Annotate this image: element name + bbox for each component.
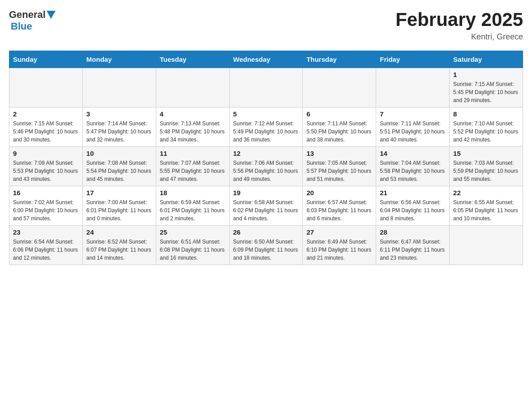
day-info: Sunrise: 6:54 AM Sunset: 6:06 PM Dayligh… (13, 238, 79, 262)
day-info: Sunrise: 6:58 AM Sunset: 6:02 PM Dayligh… (233, 198, 299, 223)
calendar-cell (82, 68, 156, 107)
calendar-header-row: Sunday Monday Tuesday Wednesday Thursday… (9, 51, 523, 68)
calendar-cell: 7Sunrise: 7:11 AM Sunset: 5:51 PM Daylig… (376, 107, 450, 147)
calendar-cell: 3Sunrise: 7:14 AM Sunset: 5:47 PM Daylig… (82, 107, 156, 147)
col-saturday: Saturday (450, 51, 523, 68)
calendar-week-row: 9Sunrise: 7:09 AM Sunset: 5:53 PM Daylig… (9, 147, 523, 186)
calendar-cell: 17Sunrise: 7:00 AM Sunset: 6:01 PM Dayli… (82, 186, 156, 226)
day-number: 15 (453, 150, 519, 157)
day-number: 10 (86, 150, 152, 157)
calendar-cell: 11Sunrise: 7:07 AM Sunset: 5:55 PM Dayli… (156, 147, 229, 186)
calendar-cell: 13Sunrise: 7:05 AM Sunset: 5:57 PM Dayli… (303, 147, 376, 186)
day-number: 8 (453, 110, 519, 118)
day-number: 4 (160, 110, 226, 118)
calendar-cell: 20Sunrise: 6:57 AM Sunset: 6:03 PM Dayli… (303, 186, 376, 226)
calendar-cell (303, 68, 376, 107)
calendar-cell: 9Sunrise: 7:09 AM Sunset: 5:53 PM Daylig… (9, 147, 83, 186)
calendar-cell: 19Sunrise: 6:58 AM Sunset: 6:02 PM Dayli… (229, 186, 303, 226)
calendar-cell: 15Sunrise: 7:03 AM Sunset: 5:59 PM Dayli… (450, 147, 523, 186)
day-number: 16 (13, 189, 79, 197)
day-number: 13 (306, 150, 372, 157)
calendar-cell: 5Sunrise: 7:12 AM Sunset: 5:49 PM Daylig… (229, 107, 303, 147)
day-info: Sunrise: 7:05 AM Sunset: 5:57 PM Dayligh… (306, 159, 372, 183)
day-info: Sunrise: 6:50 AM Sunset: 6:09 PM Dayligh… (233, 238, 299, 262)
calendar-week-row: 1Sunrise: 7:15 AM Sunset: 5:45 PM Daylig… (9, 68, 523, 107)
day-number: 24 (86, 228, 152, 236)
day-info: Sunrise: 7:10 AM Sunset: 5:52 PM Dayligh… (453, 120, 519, 144)
day-number: 14 (380, 150, 446, 157)
col-friday: Friday (376, 51, 450, 68)
day-number: 21 (380, 189, 446, 197)
day-info: Sunrise: 7:13 AM Sunset: 5:48 PM Dayligh… (160, 120, 226, 144)
calendar-cell: 26Sunrise: 6:50 AM Sunset: 6:09 PM Dayli… (229, 226, 303, 265)
day-number: 28 (380, 228, 446, 236)
col-thursday: Thursday (303, 51, 376, 68)
col-tuesday: Tuesday (156, 51, 229, 68)
calendar-cell: 22Sunrise: 6:55 AM Sunset: 6:05 PM Dayli… (450, 186, 523, 226)
title-section: February 2025 Kentri, Greece (395, 9, 523, 42)
calendar-cell: 8Sunrise: 7:10 AM Sunset: 5:52 PM Daylig… (450, 107, 523, 147)
calendar-cell (9, 68, 83, 107)
day-number: 3 (86, 110, 152, 118)
day-number: 9 (13, 150, 79, 157)
month-title: February 2025 (395, 9, 523, 30)
day-info: Sunrise: 6:52 AM Sunset: 6:07 PM Dayligh… (86, 238, 152, 262)
day-info: Sunrise: 6:55 AM Sunset: 6:05 PM Dayligh… (453, 198, 519, 223)
svg-marker-0 (47, 11, 56, 19)
day-info: Sunrise: 7:07 AM Sunset: 5:55 PM Dayligh… (160, 159, 226, 183)
day-number: 19 (233, 189, 299, 197)
col-wednesday: Wednesday (229, 51, 303, 68)
calendar-cell: 23Sunrise: 6:54 AM Sunset: 6:06 PM Dayli… (9, 226, 83, 265)
location: Kentri, Greece (395, 32, 523, 42)
day-number: 17 (86, 189, 152, 197)
day-info: Sunrise: 7:09 AM Sunset: 5:53 PM Dayligh… (13, 159, 79, 183)
calendar-cell: 1Sunrise: 7:15 AM Sunset: 5:45 PM Daylig… (450, 68, 523, 107)
day-number: 18 (160, 189, 226, 197)
day-info: Sunrise: 7:03 AM Sunset: 5:59 PM Dayligh… (453, 159, 519, 183)
day-number: 20 (306, 189, 372, 197)
calendar-cell: 14Sunrise: 7:04 AM Sunset: 5:58 PM Dayli… (376, 147, 450, 186)
day-info: Sunrise: 7:00 AM Sunset: 6:01 PM Dayligh… (86, 198, 152, 223)
calendar-cell: 27Sunrise: 6:49 AM Sunset: 6:10 PM Dayli… (303, 226, 376, 265)
day-info: Sunrise: 6:56 AM Sunset: 6:04 PM Dayligh… (380, 198, 446, 223)
day-info: Sunrise: 7:08 AM Sunset: 5:54 PM Dayligh… (86, 159, 152, 183)
calendar-cell (450, 226, 523, 265)
day-info: Sunrise: 7:04 AM Sunset: 5:58 PM Dayligh… (380, 159, 446, 183)
logo-blue-text: Blue (11, 21, 32, 32)
day-info: Sunrise: 7:02 AM Sunset: 6:00 PM Dayligh… (13, 198, 79, 223)
day-info: Sunrise: 6:59 AM Sunset: 6:01 PM Dayligh… (160, 198, 226, 223)
calendar-cell: 21Sunrise: 6:56 AM Sunset: 6:04 PM Dayli… (376, 186, 450, 226)
calendar-cell: 25Sunrise: 6:51 AM Sunset: 6:08 PM Dayli… (156, 226, 229, 265)
calendar-cell: 18Sunrise: 6:59 AM Sunset: 6:01 PM Dayli… (156, 186, 229, 226)
calendar-cell (229, 68, 303, 107)
day-info: Sunrise: 7:15 AM Sunset: 5:45 PM Dayligh… (453, 80, 519, 104)
calendar-cell: 2Sunrise: 7:15 AM Sunset: 5:46 PM Daylig… (9, 107, 83, 147)
logo-general-text: General (9, 9, 46, 21)
day-number: 23 (13, 228, 79, 236)
page-header: General Blue February 2025 Kentri, Greec… (9, 9, 523, 42)
day-info: Sunrise: 7:06 AM Sunset: 5:56 PM Dayligh… (233, 159, 299, 183)
day-info: Sunrise: 6:57 AM Sunset: 6:03 PM Dayligh… (306, 198, 372, 223)
day-number: 22 (453, 189, 519, 197)
col-sunday: Sunday (9, 51, 83, 68)
day-number: 26 (233, 228, 299, 236)
calendar-cell: 12Sunrise: 7:06 AM Sunset: 5:56 PM Dayli… (229, 147, 303, 186)
calendar-cell (156, 68, 229, 107)
day-info: Sunrise: 7:14 AM Sunset: 5:47 PM Dayligh… (86, 120, 152, 144)
day-number: 1 (453, 71, 519, 78)
day-number: 2 (13, 110, 79, 118)
day-number: 6 (306, 110, 372, 118)
day-info: Sunrise: 7:12 AM Sunset: 5:49 PM Dayligh… (233, 120, 299, 144)
calendar-week-row: 16Sunrise: 7:02 AM Sunset: 6:00 PM Dayli… (9, 186, 523, 226)
calendar-cell: 4Sunrise: 7:13 AM Sunset: 5:48 PM Daylig… (156, 107, 229, 147)
day-info: Sunrise: 7:11 AM Sunset: 5:51 PM Dayligh… (380, 120, 446, 144)
calendar-cell: 6Sunrise: 7:11 AM Sunset: 5:50 PM Daylig… (303, 107, 376, 147)
day-number: 7 (380, 110, 446, 118)
day-number: 5 (233, 110, 299, 118)
calendar-week-row: 23Sunrise: 6:54 AM Sunset: 6:06 PM Dayli… (9, 226, 523, 265)
logo-arrow-icon (47, 11, 56, 20)
day-info: Sunrise: 6:51 AM Sunset: 6:08 PM Dayligh… (160, 238, 226, 262)
day-info: Sunrise: 7:15 AM Sunset: 5:46 PM Dayligh… (13, 120, 79, 144)
calendar-cell: 16Sunrise: 7:02 AM Sunset: 6:00 PM Dayli… (9, 186, 83, 226)
calendar-cell (376, 68, 450, 107)
